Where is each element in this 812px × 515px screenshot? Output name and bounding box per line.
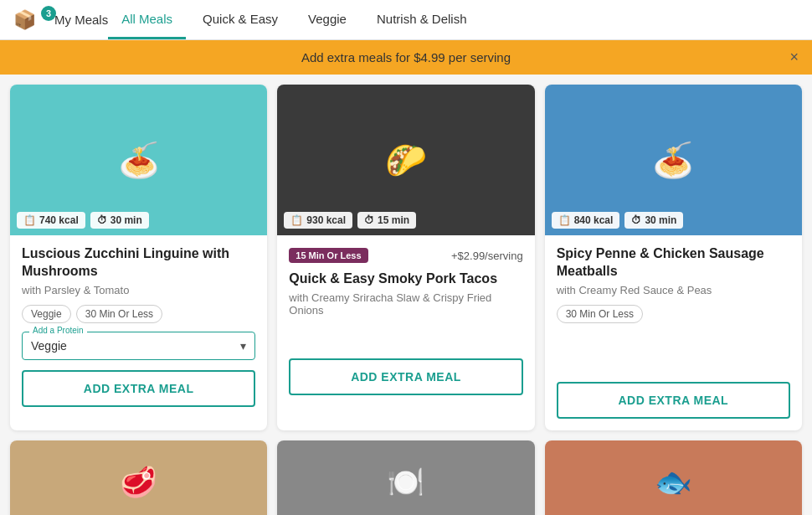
kcal-stat: 📋 930 kcal [284,212,352,229]
protein-label: Add a Protein [29,326,87,335]
kcal-stat: 📋 740 kcal [17,212,85,229]
my-meals-label: My Meals [54,13,108,27]
meal-stats: 📋 740 kcal⏱ 30 min [17,212,149,229]
meal-title: Spicy Penne & Chicken Sausage Meatballs [557,245,790,281]
meal-pill-row: Veggie30 Min Or Less [22,305,255,323]
add-extra-meal-button[interactable]: ADD EXTRA MEAL [557,382,790,419]
protein-select-wrap[interactable]: Add a ProteinVeggieChickenShrimp▾ [22,332,255,360]
nav-badge: 3 [41,6,56,21]
add-extra-meal-button[interactable]: ADD EXTRA MEAL [289,358,522,395]
nav-tab-all-meals[interactable]: All Meals [108,0,186,39]
kcal-icon: 📋 [23,214,36,226]
meal-title: Quick & Easy Smoky Pork Tacos [289,270,522,288]
add-extra-meal-button[interactable]: ADD EXTRA MEAL [22,370,255,407]
protein-select[interactable]: VeggieChickenShrimp [31,334,248,358]
nav-tab-veggie[interactable]: Veggie [295,0,360,39]
bottom-meal-grid: 🥩🍽️🐟 [0,440,812,515]
banner-close-button[interactable]: × [789,49,799,66]
kcal-icon: 📋 [558,214,571,226]
bottom-meal-image: 🍽️ [277,440,534,515]
meal-card-meal-3: 🍝📋 840 kcal⏱ 30 minSpicy Penne & Chicken… [545,85,802,430]
extra-cost: +$2.99/serving [451,250,523,262]
time-icon: ⏱ [631,214,641,226]
nav-tab-nutrish-delish[interactable]: Nutrish & Delish [363,0,481,39]
meal-subtitle: with Creamy Red Sauce & Peas [557,284,790,296]
kcal-icon: 📋 [290,214,303,226]
pill-tag: 30 Min Or Less [557,305,643,323]
time-stat: ⏱ 30 min [90,212,149,229]
meal-stats: 📋 840 kcal⏱ 30 min [552,212,684,229]
meal-stats: 📋 930 kcal⏱ 15 min [284,212,416,229]
my-meals-nav-item[interactable]: 📦 3 My Meals [13,9,108,31]
pill-tag: 30 Min Or Less [76,305,162,323]
bottom-meal-card-b1: 🥩 [10,440,267,515]
main-nav: 📦 3 My Meals All MealsQuick & EasyVeggie… [0,0,812,40]
nav-tabs: All MealsQuick & EasyVeggieNutrish & Del… [108,0,480,39]
meal-card-meal-1: 🍝📋 740 kcal⏱ 30 minLuscious Zucchini Lin… [10,85,267,430]
meal-subtitle: with Creamy Sriracha Slaw & Crispy Fried… [289,291,522,317]
meal-pill-row: 30 Min Or Less [557,305,790,323]
banner-text: Add extra meals for $4.99 per serving [301,50,511,64]
nav-tab-quick-easy[interactable]: Quick & Easy [189,0,291,39]
tag-badge: 15 Min Or Less [289,248,367,263]
time-stat: ⏱ 15 min [357,212,416,229]
promo-banner: Add extra meals for $4.99 per serving × [0,40,812,75]
bottom-meal-card-b3: 🐟 [545,440,802,515]
bottom-meal-image: 🥩 [10,440,267,515]
bottom-meal-image: 🐟 [545,440,802,515]
meal-title: Luscious Zucchini Linguine with Mushroom… [22,245,255,281]
meal-grid: 🍝📋 740 kcal⏱ 30 minLuscious Zucchini Lin… [0,75,812,440]
bottom-meal-card-b2: 🍽️ [277,440,534,515]
time-stat: ⏱ 30 min [624,212,683,229]
meal-card-meal-2: 🌮📋 930 kcal⏱ 15 min15 Min Or Less+$2.99/… [277,85,534,430]
meal-tag-row: 15 Min Or Less+$2.99/serving [289,245,522,265]
time-icon: ⏱ [364,214,374,226]
meal-subtitle: with Parsley & Tomato [22,284,255,296]
time-icon: ⏱ [97,214,107,226]
meals-box-icon: 📦 [13,9,36,31]
kcal-stat: 📋 840 kcal [552,212,620,229]
pill-tag: Veggie [22,305,71,323]
